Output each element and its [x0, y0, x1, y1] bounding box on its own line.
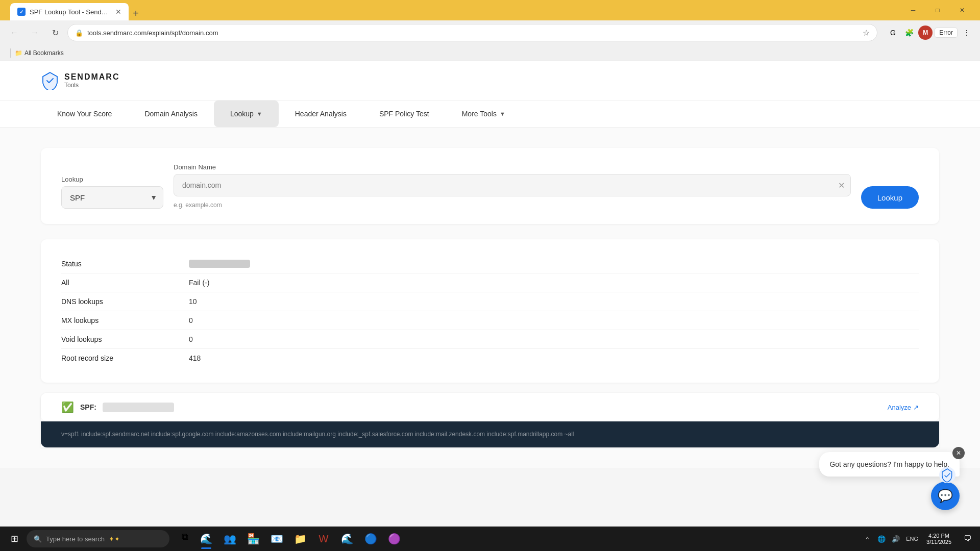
external-link-icon: ↗ [913, 404, 919, 411]
domain-name-group: Domain Name ✕ e.g. example.com [174, 163, 851, 209]
lock-icon: 🔒 [75, 29, 83, 37]
browser-chrome: ✓ SPF Lookup Tool - Sendmarc ✕ + ─ □ ✕ ←… [0, 0, 980, 61]
mx-row: MX lookups 0 [61, 311, 919, 330]
spf-label: SPF: [80, 403, 96, 411]
root-record-row: Root record size 418 [61, 349, 919, 367]
chat-bubble-text: Got any questions? I'm happy to help. [829, 460, 949, 468]
browser-extensions: G 🧩 M Error ⋮ [886, 26, 974, 40]
minimize-button[interactable]: ─ [901, 0, 925, 20]
close-button[interactable]: ✕ [950, 0, 974, 20]
void-label: Void lookups [61, 335, 189, 343]
nav-item-domain-analysis[interactable]: Domain Analysis [128, 101, 214, 127]
new-tab-button[interactable]: + [129, 6, 143, 20]
tab-close-button[interactable]: ✕ [115, 8, 121, 16]
root-record-value: 418 [189, 354, 201, 362]
domain-input[interactable] [174, 174, 851, 196]
domain-hint: e.g. example.com [174, 202, 851, 209]
domain-input-wrapper: ✕ [174, 174, 851, 196]
logo-brand: SENDMARC [64, 72, 119, 82]
refresh-button[interactable]: ↻ [47, 24, 63, 41]
lookup-dropdown-arrow: ▼ [257, 111, 262, 117]
more-tools-dropdown-arrow: ▼ [500, 111, 505, 117]
dns-row: DNS lookups 10 [61, 292, 919, 311]
site-logo[interactable]: SENDMARC Tools [41, 71, 119, 90]
logo-sub: Tools [64, 82, 119, 89]
browser-titlebar: ✓ SPF Lookup Tool - Sendmarc ✕ + ─ □ ✕ [0, 0, 980, 20]
chat-close-button[interactable]: ✕ [952, 447, 965, 459]
domain-clear-button[interactable]: ✕ [838, 181, 845, 190]
site-nav: Know Your Score Domain Analysis Lookup ▼… [0, 101, 980, 128]
dark-record-text: v=spf1 include:spf.sendmarc.net include:… [61, 431, 574, 438]
all-row: All Fail (-) [61, 273, 919, 292]
lookup-type-select[interactable]: SPF DMARC DKIM MX [61, 186, 163, 209]
bookmarks-folder-icon: 📁 [15, 49, 22, 57]
browser-tabs: ✓ SPF Lookup Tool - Sendmarc ✕ + [6, 0, 147, 20]
main-content: Lookup SPF DMARC DKIM MX ▼ Domain Name [0, 128, 980, 468]
extensions-button[interactable]: 🧩 [902, 26, 916, 40]
dns-value: 10 [189, 297, 197, 306]
domain-name-label: Domain Name [174, 163, 851, 171]
lookup-form: Lookup SPF DMARC DKIM MX ▼ Domain Name [41, 148, 939, 224]
page-content: SENDMARC Tools Know Your Score Domain An… [0, 61, 980, 468]
error-badge[interactable]: Error [935, 28, 958, 38]
dark-record-box: v=spf1 include:spf.sendmarc.net include:… [41, 421, 939, 447]
window-controls: ─ □ ✕ [901, 0, 974, 20]
all-label: All [61, 279, 189, 287]
chat-bot-avatar [939, 467, 955, 468]
chat-bubble: ✕ Got any questions? I'm happy to help. [819, 452, 960, 468]
spf-check-icon: ✅ [61, 401, 74, 413]
form-row: Lookup SPF DMARC DKIM MX ▼ Domain Name [61, 163, 919, 209]
logo-icon [41, 71, 59, 90]
nav-item-header-analysis[interactable]: Header Analysis [279, 101, 363, 127]
url-text: tools.sendmarc.com/explain/spf/domain.co… [87, 29, 859, 37]
status-value [189, 260, 250, 268]
nav-item-spf-policy-test[interactable]: SPF Policy Test [363, 101, 446, 127]
lookup-submit-button[interactable]: Lookup [861, 186, 919, 209]
root-record-label: Root record size [61, 354, 189, 362]
browser-menu-button[interactable]: ⋮ [960, 26, 974, 40]
all-bookmarks-label[interactable]: All Bookmarks [24, 49, 64, 57]
void-row: Void lookups 0 [61, 330, 919, 349]
back-button[interactable]: ← [6, 24, 22, 41]
nav-item-know-your-score[interactable]: Know Your Score [41, 101, 128, 127]
spf-record-value [103, 403, 174, 412]
lookup-type-select-wrapper: SPF DMARC DKIM MX ▼ [61, 186, 163, 209]
address-bar[interactable]: 🔒 tools.sendmarc.com/explain/spf/domain.… [67, 24, 877, 41]
lookup-type-label: Lookup [61, 176, 163, 183]
status-row: Status [61, 255, 919, 273]
svg-point-0 [939, 467, 955, 468]
tab-title: SPF Lookup Tool - Sendmarc [30, 8, 111, 16]
all-value: Fail (-) [189, 279, 209, 287]
forward-button[interactable]: → [27, 24, 43, 41]
void-value: 0 [189, 335, 193, 343]
spf-record-section: ✅ SPF: Analyze ↗ v=spf1 include:spf.send… [41, 393, 939, 447]
spf-record-row: ✅ SPF: Analyze ↗ [41, 393, 939, 421]
logo-text: SENDMARC Tools [64, 72, 119, 89]
nav-item-more-tools[interactable]: More Tools ▼ [446, 101, 522, 127]
lookup-type-group: Lookup SPF DMARC DKIM MX ▼ [61, 176, 163, 209]
bookmark-icon[interactable]: ☆ [863, 28, 870, 38]
mx-value: 0 [189, 316, 193, 324]
active-tab[interactable]: ✓ SPF Lookup Tool - Sendmarc ✕ [10, 3, 129, 20]
analyze-link[interactable]: Analyze ↗ [888, 404, 919, 411]
results-section: Status All Fail (-) DNS lookups 10 MX lo… [41, 239, 939, 383]
profile-button[interactable]: M [918, 26, 933, 40]
mx-label: MX lookups [61, 316, 189, 324]
site-header: SENDMARC Tools [0, 61, 980, 101]
browser-addressbar: ← → ↻ 🔒 tools.sendmarc.com/explain/spf/d… [0, 20, 980, 45]
grammarly-extension[interactable]: G [886, 26, 900, 40]
bookmarks-bar: 📁 All Bookmarks [0, 45, 980, 61]
tab-favicon: ✓ [17, 8, 26, 16]
bookmarks-separator [10, 48, 11, 58]
nav-item-lookup[interactable]: Lookup ▼ [214, 101, 279, 127]
maximize-button[interactable]: □ [926, 0, 949, 20]
chat-widget: ✕ Got any questions? I'm happy to help. … [819, 452, 960, 468]
status-label: Status [61, 260, 189, 268]
dns-label: DNS lookups [61, 297, 189, 306]
